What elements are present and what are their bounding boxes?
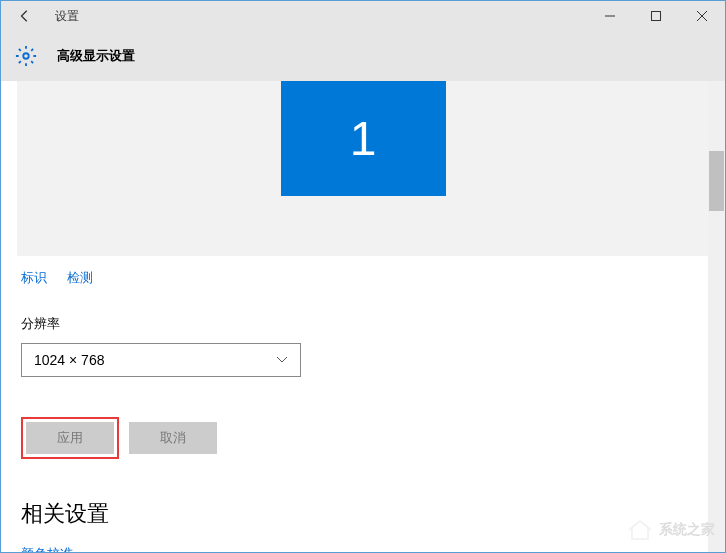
resolution-value: 1024 × 768 bbox=[34, 352, 104, 368]
gear-icon bbox=[15, 45, 37, 67]
back-button[interactable] bbox=[13, 4, 37, 28]
close-button[interactable] bbox=[679, 1, 725, 31]
resolution-label: 分辨率 bbox=[21, 315, 705, 333]
apply-highlight: 应用 bbox=[21, 417, 119, 459]
scrollbar-thumb[interactable] bbox=[709, 151, 724, 211]
monitor-1[interactable]: 1 bbox=[281, 81, 446, 196]
related-settings-heading: 相关设置 bbox=[21, 499, 705, 529]
resolution-dropdown[interactable]: 1024 × 768 bbox=[21, 343, 301, 377]
monitor-links: 标识 检测 bbox=[21, 268, 705, 287]
maximize-button[interactable] bbox=[633, 1, 679, 31]
svg-point-4 bbox=[23, 53, 29, 59]
chevron-down-icon bbox=[276, 353, 288, 367]
button-row: 应用 取消 bbox=[21, 417, 705, 459]
minimize-button[interactable] bbox=[587, 1, 633, 31]
detect-link[interactable]: 检测 bbox=[67, 270, 93, 285]
apply-button[interactable]: 应用 bbox=[26, 422, 114, 454]
window-controls bbox=[587, 1, 725, 31]
cancel-button[interactable]: 取消 bbox=[129, 422, 217, 454]
monitor-preview-area: 1 bbox=[17, 81, 709, 256]
window-title: 设置 bbox=[55, 8, 79, 25]
svg-rect-1 bbox=[652, 12, 661, 21]
color-calibration-link[interactable]: 颜色校准 bbox=[21, 545, 73, 553]
content-area: 1 标识 检测 分辨率 1024 × 768 应用 取消 相关设置 颜色校准 bbox=[1, 81, 725, 552]
monitor-number: 1 bbox=[350, 111, 377, 166]
page-title: 高级显示设置 bbox=[57, 47, 135, 65]
identify-link[interactable]: 标识 bbox=[21, 270, 47, 285]
titlebar: 设置 bbox=[1, 1, 725, 31]
scrollbar-track[interactable] bbox=[708, 81, 725, 552]
page-header: 高级显示设置 bbox=[1, 31, 725, 81]
